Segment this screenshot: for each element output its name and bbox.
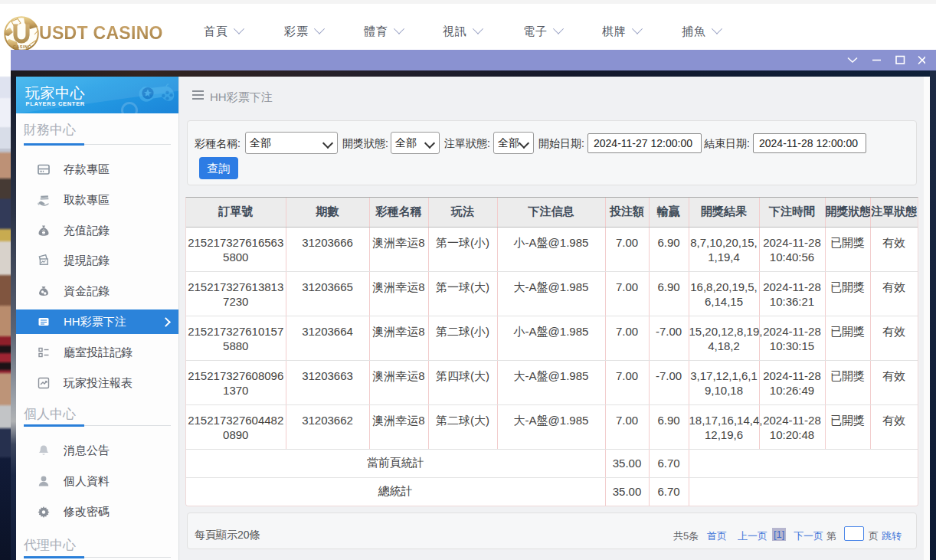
- svg-text:CASINO: CASINO: [13, 44, 32, 49]
